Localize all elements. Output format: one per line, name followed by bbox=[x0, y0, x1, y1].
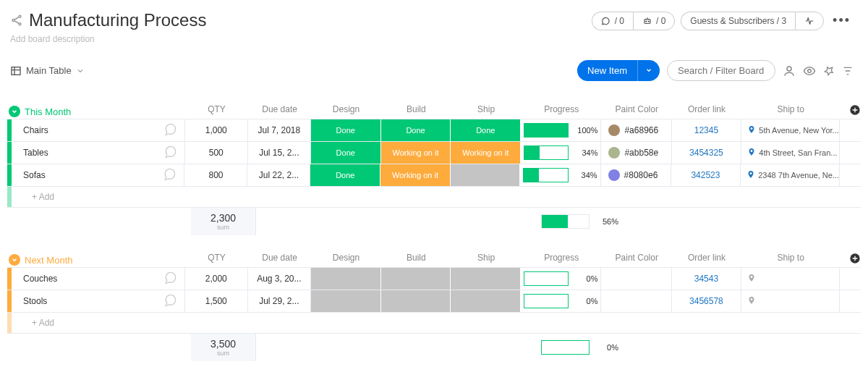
item-name-cell[interactable]: Stools bbox=[7, 290, 185, 312]
paint-cell[interactable]: #a68966 bbox=[601, 119, 671, 141]
col-header-design[interactable]: Design bbox=[311, 253, 381, 267]
qty-cell[interactable]: 800 bbox=[184, 164, 247, 186]
col-header-link[interactable]: Order link bbox=[672, 253, 742, 267]
due-cell[interactable]: Aug 3, 20... bbox=[248, 268, 311, 290]
automations-button[interactable]: / 0 bbox=[633, 12, 675, 30]
qty-cell[interactable]: 500 bbox=[185, 142, 248, 164]
ship-status[interactable] bbox=[451, 290, 521, 312]
progress-cell: 0% bbox=[521, 268, 601, 290]
paint-cell[interactable]: #8080e6 bbox=[601, 164, 671, 186]
ship-status[interactable] bbox=[451, 164, 521, 186]
link-cell[interactable]: 34543 bbox=[672, 268, 742, 290]
build-status[interactable] bbox=[381, 268, 451, 290]
qty-cell[interactable]: 2,000 bbox=[185, 268, 248, 290]
progress-cell: 100% bbox=[521, 119, 601, 141]
col-header-progress[interactable]: Progress bbox=[522, 253, 602, 267]
qty-cell[interactable]: 1,500 bbox=[185, 290, 248, 312]
progress-cell: 34% bbox=[520, 164, 600, 186]
activity-button[interactable] bbox=[795, 12, 824, 30]
link-cell[interactable]: 342523 bbox=[671, 164, 741, 186]
shipto-cell[interactable]: 4th Street, San Fran... bbox=[741, 142, 840, 164]
progress-cell: 34% bbox=[521, 142, 601, 164]
search-input[interactable] bbox=[667, 60, 775, 81]
col-header-qty[interactable]: QTY bbox=[185, 253, 248, 267]
paint-cell[interactable]: #abb58e bbox=[601, 142, 671, 164]
svg-point-1 bbox=[12, 20, 14, 22]
group-title[interactable]: This Month bbox=[25, 106, 71, 117]
group-title[interactable]: Next Month bbox=[25, 255, 72, 266]
chat-icon[interactable] bbox=[163, 271, 177, 287]
col-header-qty[interactable]: QTY bbox=[185, 104, 248, 119]
shipto-cell[interactable]: 5th Avenue, New Yor... bbox=[741, 119, 840, 141]
col-header-paint[interactable]: Paint Color bbox=[602, 104, 672, 119]
ship-status[interactable]: Done bbox=[451, 119, 521, 141]
col-header-due[interactable]: Due date bbox=[248, 253, 311, 267]
item-name-cell[interactable]: Couches bbox=[7, 268, 185, 290]
shipto-cell[interactable] bbox=[741, 290, 840, 312]
col-header-design[interactable]: Design bbox=[311, 104, 381, 119]
ship-status[interactable]: Working on it bbox=[451, 142, 521, 164]
build-status[interactable]: Working on it bbox=[381, 142, 451, 164]
link-cell[interactable]: 12345 bbox=[672, 119, 742, 141]
board-description[interactable]: Add board description bbox=[0, 34, 868, 54]
guests-button[interactable]: Guests & Subscribers / 3 bbox=[681, 12, 795, 30]
col-header-ship[interactable]: Ship bbox=[451, 253, 522, 267]
item-name-cell[interactable]: Sofas bbox=[7, 164, 184, 186]
build-status[interactable]: Working on it bbox=[380, 164, 451, 186]
collapse-toggle[interactable] bbox=[9, 254, 20, 266]
link-cell[interactable]: 3454325 bbox=[672, 142, 742, 164]
chat-icon[interactable] bbox=[163, 122, 177, 139]
add-column-button[interactable] bbox=[840, 104, 861, 119]
design-status[interactable]: Done bbox=[311, 142, 381, 164]
col-header-link[interactable]: Order link bbox=[672, 104, 742, 119]
share-icon[interactable] bbox=[10, 14, 23, 27]
build-status[interactable] bbox=[381, 290, 451, 312]
col-header-paint[interactable]: Paint Color bbox=[602, 253, 672, 267]
col-header-due[interactable]: Due date bbox=[248, 104, 311, 119]
item-name-cell[interactable]: Chairs bbox=[7, 119, 185, 141]
pin-icon[interactable] bbox=[823, 65, 835, 77]
collapse-toggle[interactable] bbox=[9, 106, 20, 117]
page-title: Manufacturing Process bbox=[29, 10, 206, 30]
shipto-cell[interactable]: 2348 7th Avenue, Ne... bbox=[741, 164, 840, 186]
col-header-build[interactable]: Build bbox=[381, 104, 451, 119]
design-status[interactable] bbox=[311, 268, 381, 290]
eye-icon[interactable] bbox=[803, 64, 816, 77]
person-filter-icon[interactable] bbox=[783, 64, 796, 77]
col-header-build[interactable]: Build bbox=[381, 253, 451, 267]
add-item-row[interactable]: + Add bbox=[7, 186, 861, 208]
col-header-ship[interactable]: Ship bbox=[451, 104, 522, 119]
conversations-button[interactable]: / 0 bbox=[592, 12, 633, 30]
activity-icon bbox=[804, 16, 814, 26]
chat-icon[interactable] bbox=[163, 145, 177, 161]
design-status[interactable]: Done bbox=[311, 119, 381, 141]
link-cell[interactable]: 3456578 bbox=[672, 290, 742, 312]
col-header-shipto[interactable]: Ship to bbox=[741, 104, 840, 119]
paint-cell[interactable] bbox=[601, 268, 671, 290]
more-menu-button[interactable]: ••• bbox=[830, 10, 854, 31]
col-header-progress[interactable]: Progress bbox=[522, 104, 602, 119]
design-status[interactable] bbox=[311, 290, 381, 312]
item-name-cell[interactable]: Tables bbox=[7, 142, 185, 164]
add-item-row[interactable]: + Add bbox=[7, 312, 861, 334]
svg-point-0 bbox=[19, 15, 21, 17]
build-status[interactable]: Done bbox=[381, 119, 451, 141]
shipto-cell[interactable] bbox=[741, 268, 840, 290]
due-cell[interactable]: Jul 15, 2... bbox=[248, 142, 311, 164]
view-selector[interactable]: Main Table bbox=[10, 65, 85, 77]
paint-cell[interactable] bbox=[601, 290, 671, 312]
new-item-dropdown[interactable] bbox=[637, 60, 660, 81]
chat-icon[interactable] bbox=[163, 293, 177, 310]
due-cell[interactable]: Jul 22, 2... bbox=[247, 164, 310, 186]
add-column-button[interactable] bbox=[840, 253, 861, 267]
col-header-shipto[interactable]: Ship to bbox=[741, 253, 840, 267]
qty-cell[interactable]: 1,000 bbox=[185, 119, 248, 141]
design-status[interactable]: Done bbox=[310, 164, 380, 186]
new-item-button[interactable]: New Item bbox=[577, 60, 660, 81]
filter-icon[interactable] bbox=[842, 65, 854, 77]
chat-icon[interactable] bbox=[162, 167, 176, 184]
due-cell[interactable]: Jul 29, 2... bbox=[248, 290, 311, 312]
table-row: Chairs1,000Jul 7, 2018DoneDoneDone100%#a… bbox=[7, 119, 861, 141]
due-cell[interactable]: Jul 7, 2018 bbox=[248, 119, 311, 141]
ship-status[interactable] bbox=[451, 268, 521, 290]
